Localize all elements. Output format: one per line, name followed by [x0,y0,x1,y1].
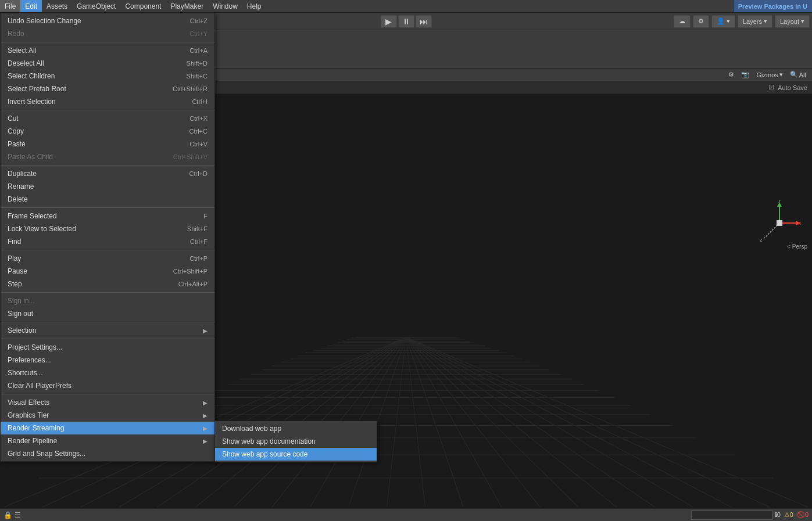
gizmos-chevron-icon: ▾ [779,71,783,78]
menu-item-visual-effects[interactable]: Visual Effects ▶ [1,396,214,409]
sep-6 [1,292,214,293]
sep-2 [1,110,214,110]
pause-button[interactable]: ⏸ [398,15,414,28]
menu-item-render-streaming[interactable]: Render Streaming ▶ [1,422,214,434]
menu-item-play[interactable]: Play Ctrl+P [1,252,214,265]
menu-item-find[interactable]: Find Ctrl+F [1,235,214,248]
account-btn[interactable]: 👤 ▾ [711,15,735,28]
search-btn[interactable]: 🔍 All [788,70,809,80]
play-controls: ▶ ⏸ ⏭ [381,15,432,28]
layers-btn[interactable]: Layers ▾ [738,15,772,28]
menu-playmaker[interactable]: PlayMaker [166,0,208,12]
layout-chevron-icon: ▾ [801,17,804,25]
status-icons: ℹ0 ⚠0 🚫0 [775,511,809,519]
menu-item-select-children[interactable]: Select Children Shift+C [1,70,214,82]
dropdown-overlay: Undo Selection Change Ctrl+Z Redo Ctrl+Y… [0,13,215,462]
menu-item-copy[interactable]: Copy Ctrl+C [1,125,214,138]
menu-edit[interactable]: Edit [20,0,42,12]
collab-btn[interactable]: ☁ [674,15,691,28]
preview-badge: Preview Packages in U [733,0,812,12]
cloud-icon: ⚙ [698,17,704,25]
menu-item-wrapper-render-streaming: Render Streaming ▶ Download web app Show… [1,422,214,434]
menu-item-redo[interactable]: Redo Ctrl+Y [1,27,214,40]
menu-item-show-source[interactable]: Show web app source code [215,448,377,461]
menu-component[interactable]: Component [120,0,166,12]
edit-dropdown-menu: Undo Selection Change Ctrl+Z Redo Ctrl+Y… [0,13,215,462]
status-search-input[interactable] [691,511,772,520]
menu-item-grid-snap[interactable]: Grid and Snap Settings... [1,447,214,460]
account-icon: 👤 [717,17,725,25]
step-button[interactable]: ⏭ [416,15,432,28]
transform-gizmo: y x z [756,200,803,246]
camera-btn[interactable]: 📷 [739,70,752,80]
sep-9 [1,394,214,394]
persp-label: < Persp [787,243,807,250]
svg-text:x: x [799,220,802,226]
menu-item-render-pipeline[interactable]: Render Pipeline ▶ [1,434,214,447]
menu-item-cut[interactable]: Cut Ctrl+X [1,112,214,125]
menu-item-select-all[interactable]: Select All Ctrl+A [1,44,214,57]
sep-4 [1,207,214,208]
menu-help[interactable]: Help [242,0,266,12]
menu-item-sign-in[interactable]: Sign in... [1,294,214,307]
menu-item-delete[interactable]: Delete [1,193,214,206]
menu-item-preferences[interactable]: Preferences... [1,354,214,367]
svg-text:y: y [778,200,781,203]
menu-item-duplicate[interactable]: Duplicate Ctrl+D [1,167,214,180]
menu-window[interactable]: Window [208,0,242,12]
menu-item-project-settings[interactable]: Project Settings... [1,341,214,354]
sep-7 [1,322,214,322]
visual-effects-arrow-icon: ▶ [203,400,208,406]
graphics-tier-arrow-icon: ▶ [203,412,208,419]
status-menu-icon: ☰ [15,511,21,519]
warning-icon: ℹ0 [775,511,781,519]
render-streaming-submenu: Download web app Show web app documentat… [214,421,377,462]
layers-chevron-icon: ▾ [764,17,767,25]
render-streaming-arrow-icon: ▶ [203,425,208,432]
menu-bar: File Edit Assets GameObject Component Pl… [0,0,812,13]
sep-1 [1,42,214,42]
menu-item-deselect-all[interactable]: Deselect All Shift+D [1,57,214,70]
menu-item-shortcuts[interactable]: Shortcuts... [1,367,214,379]
menu-item-show-docs[interactable]: Show web app documentation [215,435,377,448]
svg-text:z: z [760,237,763,243]
svg-marker-51 [777,202,782,207]
menu-item-clear-prefs[interactable]: Clear All PlayerPrefs [1,379,214,392]
menu-item-paste[interactable]: Paste Ctrl+V [1,138,214,150]
render-pipeline-arrow-icon: ▶ [203,438,208,444]
menu-item-paste-as-child[interactable]: Paste As Child Ctrl+Shift+V [1,150,214,163]
menu-item-frame-selected[interactable]: Frame Selected F [1,210,214,222]
menu-item-step[interactable]: Step Ctrl+Alt+P [1,278,214,290]
menu-item-lock-view[interactable]: Lock View to Selected Shift+F [1,222,214,235]
menu-item-sign-out[interactable]: Sign out [1,307,214,320]
checkbox-autosave[interactable]: ☑ [768,84,774,91]
right-toolbar: ☁ ⚙ 👤 ▾ Layers ▾ Layout ▾ [674,15,810,28]
menu-file[interactable]: File [0,0,20,12]
sep-3 [1,165,214,166]
sep-5 [1,250,214,250]
menu-item-invert-selection[interactable]: Invert Selection Ctrl+I [1,95,214,108]
layout-btn[interactable]: Layout ▾ [775,15,810,28]
selection-arrow-icon: ▶ [203,328,208,334]
menu-item-selection[interactable]: Selection ▶ [1,324,214,337]
search-icon: 🔍 [790,71,798,78]
play-button[interactable]: ▶ [381,15,397,28]
menu-item-rename[interactable]: Rename [1,180,214,193]
menu-item-download-web-app[interactable]: Download web app [215,422,377,435]
gizmos-dropdown[interactable]: Gizmos ▾ [754,70,785,80]
collab-icon: ☁ [679,17,685,25]
cloud-btn[interactable]: ⚙ [693,15,709,28]
menu-assets[interactable]: Assets [42,0,72,12]
status-lock-icon: 🔒 [3,511,12,519]
svg-rect-55 [777,220,782,226]
autosave-area: ☑ Auto Save [768,84,807,91]
menu-gameobject[interactable]: GameObject [72,0,120,12]
error-icon: 🚫0 [797,511,809,519]
menu-item-select-prefab-root[interactable]: Select Prefab Root Ctrl+Shift+R [1,82,214,95]
alert-icon: ⚠0 [784,511,793,519]
sep-8 [1,339,214,339]
menu-item-undo[interactable]: Undo Selection Change Ctrl+Z [1,15,214,27]
scene-settings-btn[interactable]: ⚙ [726,70,736,80]
menu-item-pause[interactable]: Pause Ctrl+Shift+P [1,265,214,278]
menu-item-graphics-tier[interactable]: Graphics Tier ▶ [1,409,214,422]
